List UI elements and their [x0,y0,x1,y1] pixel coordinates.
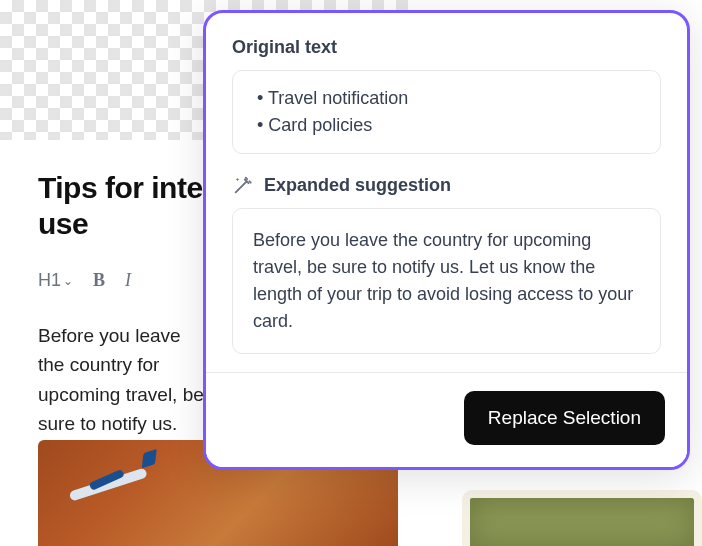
italic-button[interactable]: I [125,270,131,291]
list-item: Card policies [257,112,642,139]
popover-footer: Replace Selection [206,372,687,467]
heading-label: H1 [38,270,61,291]
original-text-list: Travel notification Card policies [251,85,642,139]
heading-selector[interactable]: H1 ⌄ [38,270,73,291]
ai-suggestion-popover: Original text Travel notification Card p… [203,10,690,470]
chevron-down-icon: ⌄ [63,274,73,288]
magic-wand-icon [232,174,254,196]
expanded-suggestion-label: Expanded suggestion [264,175,451,196]
list-item: Travel notification [257,85,642,112]
bold-button[interactable]: B [93,270,105,291]
original-text-card: Travel notification Card policies [232,70,661,154]
suggestion-card: Before you leave the country for upcomin… [232,208,661,354]
article-image-texture [462,490,702,546]
replace-selection-button[interactable]: Replace Selection [464,391,665,445]
original-text-label: Original text [232,37,661,58]
